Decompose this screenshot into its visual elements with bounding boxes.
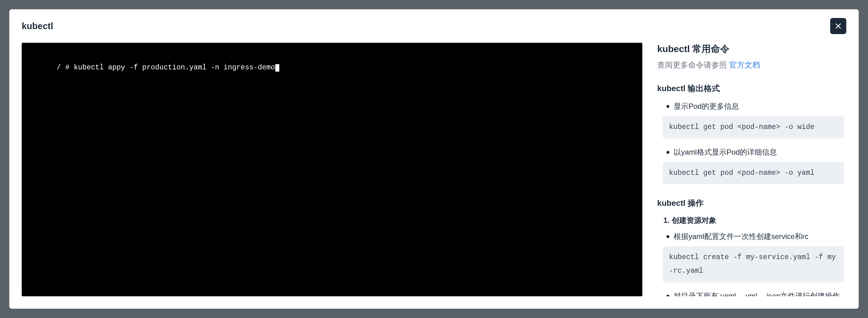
sidebar-title: kubectl 常用命令	[657, 43, 844, 56]
modal-body: / # kubectl appy -f production.yaml -n i…	[9, 43, 859, 309]
sidebar-subtitle: 查阅更多命令请参照 官方文档	[657, 60, 844, 70]
terminal[interactable]: / # kubectl appy -f production.yaml -n i…	[22, 43, 642, 296]
code-block[interactable]: kubectl get pod <pod-name> -o wide	[663, 116, 844, 138]
list-item: 显示Pod的更多信息	[666, 101, 844, 112]
section-heading: kubectl 输出格式	[657, 83, 844, 94]
bullet-icon	[666, 151, 669, 154]
section-heading: kubectl 操作	[657, 198, 844, 209]
help-sidebar: kubectl 常用命令 查阅更多命令请参照 官方文档 kubectl 输出格式…	[657, 43, 846, 296]
modal-header: kubectl	[9, 9, 859, 43]
item-desc: 以yaml格式显示Pod的详细信息	[674, 147, 777, 158]
numbered-subheading: 1. 创建资源对象	[663, 215, 844, 225]
bullet-icon	[666, 295, 669, 296]
bullet-icon	[666, 105, 669, 108]
item-desc: 对目录下所有.yaml、.yml、.json文件进行创建操作	[674, 290, 840, 296]
bullet-icon	[666, 235, 669, 238]
close-icon	[834, 22, 842, 30]
list-item: 以yaml格式显示Pod的详细信息	[666, 147, 844, 158]
terminal-line: / # kubectl appy -f production.yaml -n i…	[57, 64, 275, 72]
close-button[interactable]	[830, 18, 846, 34]
section-operations: kubectl 操作 1. 创建资源对象 根据yaml配置文件一次性创建serv…	[657, 198, 844, 296]
item-desc: 根据yaml配置文件一次性创建service和rc	[674, 231, 808, 242]
section-output-format: kubectl 输出格式 显示Pod的更多信息 kubectl get pod …	[657, 83, 844, 184]
code-block[interactable]: kubectl get pod <pod-name> -o yaml	[663, 162, 844, 184]
list-item: 根据yaml配置文件一次性创建service和rc	[666, 231, 844, 242]
sidebar-subtitle-text: 查阅更多命令请参照	[657, 60, 729, 69]
code-block[interactable]: kubectl create -f my-service.yaml -f my-…	[663, 246, 844, 282]
official-docs-link[interactable]: 官方文档	[729, 60, 760, 69]
kubectl-modal: kubectl / # kubectl appy -f production.y…	[9, 9, 859, 309]
item-desc: 显示Pod的更多信息	[674, 101, 739, 112]
list-item: 对目录下所有.yaml、.yml、.json文件进行创建操作	[666, 290, 844, 296]
modal-title: kubectl	[22, 21, 53, 31]
terminal-cursor	[275, 64, 279, 72]
